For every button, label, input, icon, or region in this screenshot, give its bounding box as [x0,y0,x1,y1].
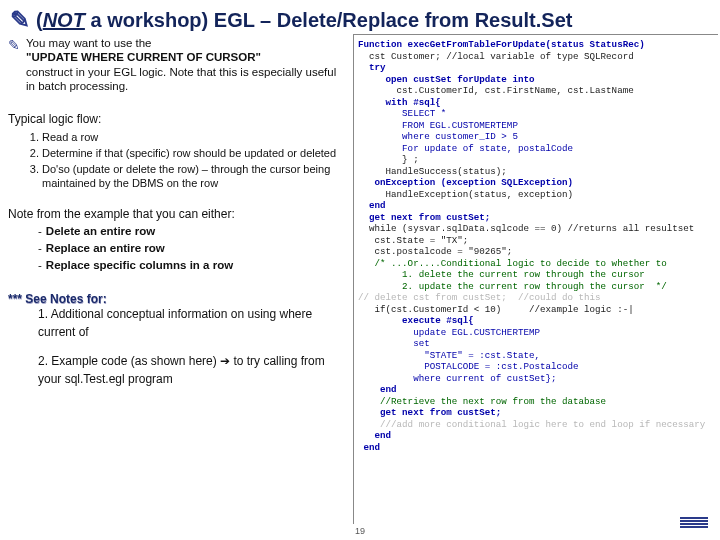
step-3: Do'so (update or delete the row) – throu… [42,162,343,191]
step-1: Read a row [42,130,343,144]
note-list: -Delete an entire row -Replace an entire… [38,223,343,275]
left-column: ✎ You may want to use the "UPDATE WHERE … [8,36,343,388]
step-2: Determine if that (specific) row should … [42,146,343,160]
page-number: 19 [355,526,365,536]
note-item-3: -Replace specific columns in a row [38,257,343,274]
title-squiggle-icon: ✎ [10,6,30,34]
intro-tail: construct in your EGL logic. Note that t… [26,66,336,92]
bullet-icon: ✎ [8,37,20,53]
note-item-1: -Delete an entire row [38,223,343,240]
intro-paragraph: You may want to use the "UPDATE WHERE CU… [26,36,343,94]
note-item-2: -Replace an entire row [38,240,343,257]
title-rest: a workshop) EGL – Delete/Replace from Re… [85,9,573,31]
note-heading: Note from the example that you can eithe… [8,207,343,221]
see-notes-header: *** See Notes for: [8,292,343,306]
see-notes-item-2: 2. Example code (as shown here) ➔ to try… [38,353,343,388]
see-notes: *** See Notes for: 1. Additional concept… [8,292,343,388]
see-notes-item-1: 1. Additional conceptual information on … [38,306,343,341]
intro-lead: You may want to use the [26,37,152,49]
steps-list: Read a row Determine if that (specific) … [42,130,343,191]
intro-quote: "UPDATE WHERE CURRENT OF CURSOR" [26,51,261,63]
slide-title: (NOT a workshop) EGL – Delete/Replace fr… [36,9,572,32]
typical-heading: Typical logic flow: [8,112,343,126]
title-open-paren: ( [36,9,43,31]
ibm-logo-icon [680,517,708,528]
code-pane: Function execGetFromTableForUpdate(statu… [353,34,718,524]
title-not: NOT [43,9,85,31]
